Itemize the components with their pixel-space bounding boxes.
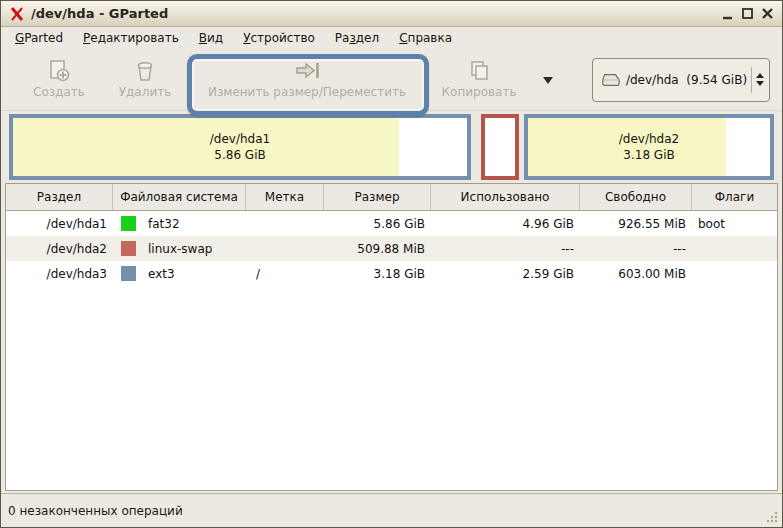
- trash-icon: [133, 60, 157, 82]
- cell-partition: /dev/hda2: [6, 236, 113, 261]
- partition-visual-bar: /dev/hda1 5.86 GiB /dev/hda2 3.18 GiB: [1, 111, 782, 183]
- menu-bar: GParted Редактировать Вид Устройство Раз…: [1, 27, 782, 49]
- cell-flags: boot: [692, 211, 777, 236]
- menu-item-help[interactable]: Справка: [389, 29, 462, 47]
- chevron-down-icon: [543, 77, 553, 89]
- close-icon: [761, 7, 774, 20]
- menu-item-view[interactable]: Вид: [189, 29, 233, 47]
- partition-block-label: /dev/hda2 3.18 GiB: [528, 118, 770, 176]
- cell-filesystem: fat32: [113, 211, 246, 236]
- spin-down-icon: [756, 81, 764, 90]
- cell-free: ---: [580, 236, 692, 261]
- column-header-label[interactable]: Метка: [246, 184, 324, 210]
- copy-partition-button[interactable]: Копировать: [427, 49, 531, 110]
- minimize-button[interactable]: [719, 5, 736, 22]
- minimize-icon: [721, 7, 734, 20]
- cell-label: [246, 211, 324, 236]
- cell-filesystem: ext3: [113, 261, 246, 286]
- column-header-used[interactable]: Использовано: [431, 184, 580, 210]
- cell-label: /: [246, 261, 324, 286]
- new-partition-label: Создать: [33, 85, 85, 99]
- table-row[interactable]: /dev/hda2 linux-swap 509.88 MiB --- ---: [6, 236, 777, 261]
- device-selector-value: /dev/hda (9.54 GiB): [626, 73, 747, 87]
- window-title: /dev/hda - GParted: [31, 6, 716, 21]
- fs-color-chip: [121, 266, 136, 281]
- close-button[interactable]: [759, 5, 776, 22]
- cell-used: 4.96 GiB: [431, 211, 580, 236]
- column-header-flags[interactable]: Флаги: [692, 184, 777, 210]
- resize-grip-icon[interactable]: [765, 510, 779, 524]
- cell-flags: [692, 236, 777, 261]
- copy-icon: [467, 60, 491, 82]
- partition-block-swap[interactable]: [481, 114, 519, 180]
- delete-partition-label: Удалить: [119, 85, 172, 99]
- gparted-window: /dev/hda - GParted GParted Редактировать…: [0, 0, 783, 528]
- partition-block-hda2[interactable]: /dev/hda2 3.18 GiB: [524, 114, 774, 180]
- menu-item-gparted[interactable]: GParted: [5, 29, 73, 47]
- partition-table: Раздел Файловая система Метка Размер Исп…: [5, 183, 778, 491]
- combo-separator: [751, 67, 752, 93]
- new-partition-button[interactable]: Создать: [15, 49, 103, 110]
- new-document-icon: [47, 60, 71, 82]
- resize-move-icon: [293, 60, 321, 82]
- cell-label: [246, 236, 324, 261]
- spin-up-icon: [756, 69, 764, 78]
- fs-color-chip: [121, 241, 136, 256]
- status-bar: 0 незаконченных операций: [1, 493, 782, 527]
- cell-size: 5.86 GiB: [324, 211, 431, 236]
- column-header-filesystem[interactable]: Файловая система: [113, 184, 246, 210]
- column-header-free[interactable]: Свободно: [580, 184, 692, 210]
- copy-partition-label: Копировать: [442, 85, 517, 99]
- menu-item-device[interactable]: Устройство: [233, 29, 325, 47]
- cell-partition: /dev/hda3: [6, 261, 113, 286]
- cell-filesystem: linux-swap: [113, 236, 246, 261]
- fs-color-chip: [121, 216, 136, 231]
- cell-size: 3.18 GiB: [324, 261, 431, 286]
- partition-block-label: /dev/hda1 5.86 GiB: [13, 118, 467, 176]
- partition-block-hda1[interactable]: /dev/hda1 5.86 GiB: [9, 114, 471, 180]
- column-header-partition[interactable]: Раздел: [6, 184, 113, 210]
- table-row[interactable]: /dev/hda3 ext3 / 3.18 GiB 2.59 GiB 603.0…: [6, 261, 777, 286]
- cell-used: ---: [431, 236, 580, 261]
- pending-operations-text: 0 незаконченных операций: [8, 504, 183, 518]
- maximize-button[interactable]: [739, 5, 756, 22]
- maximize-icon: [741, 7, 754, 20]
- cell-free: 926.55 MiB: [580, 211, 692, 236]
- resize-move-label: Изменить размер/Переместить: [208, 85, 406, 99]
- harddisk-icon: [601, 71, 621, 89]
- table-header: Раздел Файловая система Метка Размер Исп…: [6, 184, 777, 211]
- table-row[interactable]: /dev/hda1 fat32 5.86 GiB 4.96 GiB 926.55…: [6, 211, 777, 236]
- cell-used: 2.59 GiB: [431, 261, 580, 286]
- spinner-arrows-icon[interactable]: [756, 69, 764, 90]
- cell-flags: [692, 261, 777, 286]
- x11-logo-icon: [9, 6, 25, 22]
- resize-move-button[interactable]: Изменить размер/Переместить: [187, 49, 427, 110]
- menu-item-partition[interactable]: Раздел: [325, 29, 389, 47]
- title-bar[interactable]: /dev/hda - GParted: [1, 1, 782, 27]
- cell-free: 603.00 MiB: [580, 261, 692, 286]
- column-header-size[interactable]: Размер: [324, 184, 431, 210]
- toolbar-overflow-button[interactable]: [541, 71, 555, 89]
- device-selector[interactable]: /dev/hda (9.54 GiB): [592, 58, 770, 102]
- menu-item-edit[interactable]: Редактировать: [73, 29, 189, 47]
- toolbar: Создать Удалить Изменить размер/Перемест…: [1, 49, 782, 111]
- delete-partition-button[interactable]: Удалить: [103, 49, 187, 110]
- cell-size: 509.88 MiB: [324, 236, 431, 261]
- cell-partition: /dev/hda1: [6, 211, 113, 236]
